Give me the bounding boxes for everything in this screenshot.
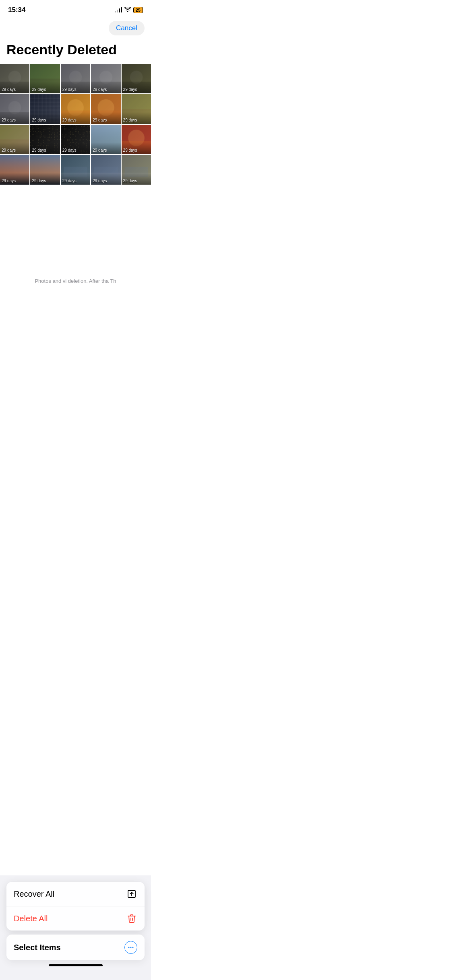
photo-cell[interactable]: 29 days <box>91 155 120 184</box>
photo-days-label: 29 days <box>32 148 46 152</box>
photo-cell[interactable]: 29 days <box>30 64 60 93</box>
photo-grid: 29 days 29 days 29 days 29 days 29 days … <box>0 64 151 185</box>
photo-days-label: 29 days <box>32 118 46 122</box>
photo-days-label: 29 days <box>123 87 137 92</box>
photo-days-label: 29 days <box>93 118 107 122</box>
photo-cell[interactable]: 29 days <box>0 155 29 184</box>
photo-days-label: 29 days <box>62 179 77 183</box>
photo-cell[interactable]: 29 days <box>122 155 151 184</box>
photo-days-label: 29 days <box>123 179 137 183</box>
photo-cell[interactable]: 29 days <box>122 94 151 124</box>
photo-cell[interactable]: 29 days <box>122 125 151 154</box>
photo-days-label: 29 days <box>2 148 16 152</box>
photo-days-label: 29 days <box>2 118 16 122</box>
photo-cell[interactable]: 29 days <box>30 94 60 124</box>
photo-days-label: 29 days <box>93 179 107 183</box>
signal-icon <box>115 8 122 12</box>
photo-days-label: 29 days <box>93 148 107 152</box>
status-icons: 25 <box>115 7 143 13</box>
wifi-icon <box>124 7 131 13</box>
photo-days-label: 29 days <box>62 148 77 152</box>
info-text: Photos and vi deletion. After tha Th <box>6 278 145 285</box>
photo-cell[interactable]: 29 days <box>0 64 29 93</box>
photo-cell[interactable]: 29 days <box>0 94 29 124</box>
photo-days-label: 29 days <box>93 87 107 92</box>
page-title: Recently Deleted <box>0 39 151 64</box>
photo-cell[interactable]: 29 days <box>91 94 120 124</box>
battery-indicator: 25 <box>133 7 143 13</box>
photo-cell[interactable]: 29 days <box>91 64 120 93</box>
photo-cell[interactable]: 29 days <box>61 155 90 184</box>
photo-days-label: 29 days <box>62 118 77 122</box>
photo-cell[interactable]: 29 days <box>30 155 60 184</box>
status-time: 15:34 <box>8 6 25 14</box>
photo-cell[interactable]: 29 days <box>61 125 90 154</box>
photo-days-label: 29 days <box>2 87 16 92</box>
photo-days-label: 29 days <box>62 87 77 92</box>
photo-cell[interactable]: 29 days <box>91 125 120 154</box>
photo-cell[interactable]: 29 days <box>122 64 151 93</box>
photo-cell[interactable]: 29 days <box>30 125 60 154</box>
photo-cell[interactable]: 29 days <box>61 64 90 93</box>
status-bar: 15:34 25 <box>0 0 151 18</box>
empty-area: Photos and vi deletion. After tha Th <box>0 185 151 297</box>
photo-days-label: 29 days <box>2 179 16 183</box>
photo-days-label: 29 days <box>123 118 137 122</box>
cancel-button[interactable]: Cancel <box>109 21 145 35</box>
photo-days-label: 29 days <box>32 87 46 92</box>
photo-cell[interactable]: 29 days <box>0 125 29 154</box>
navigation-header: Cancel <box>0 18 151 39</box>
photo-cell[interactable]: 29 days <box>61 94 90 124</box>
photo-days-label: 29 days <box>32 179 46 183</box>
photo-days-label: 29 days <box>123 148 137 152</box>
